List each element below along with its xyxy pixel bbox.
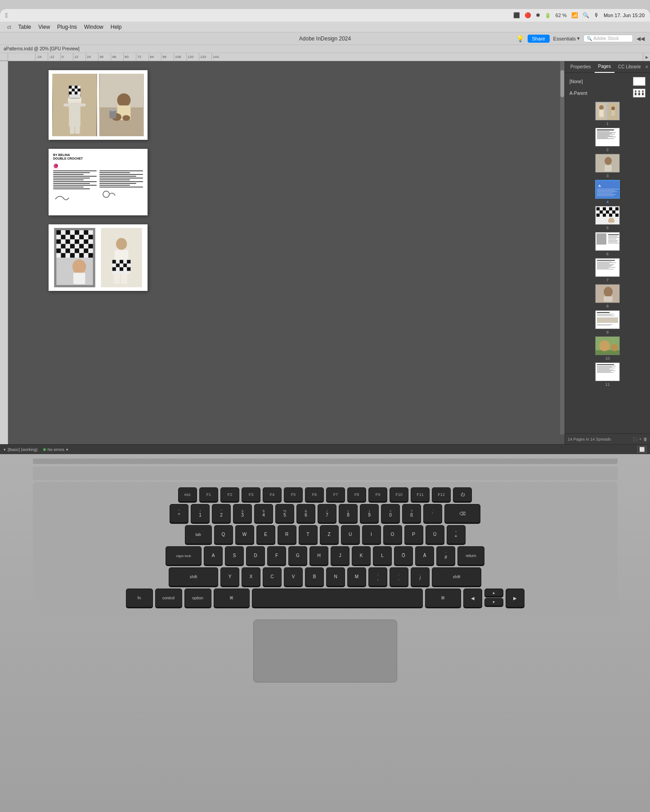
essentials-button[interactable]: Essentials ▾ — [553, 36, 580, 41]
key-up[interactable]: ▲ — [484, 589, 503, 597]
key-cmd-left[interactable]: ⌘ — [214, 589, 250, 607]
key-a[interactable]: A — [204, 546, 223, 565]
menu-item-plugins[interactable]: Plug-Ins — [54, 22, 81, 32]
key-f6[interactable]: F6 — [305, 487, 324, 502]
key-2[interactable]: "2 — [212, 504, 231, 523]
errors-indicator[interactable]: No errors ▾ — [43, 447, 69, 452]
key-f[interactable]: F — [267, 546, 286, 565]
key-c[interactable]: C — [263, 567, 282, 586]
layout-icon[interactable]: ⬜ — [637, 446, 646, 453]
key-g[interactable]: G — [288, 546, 307, 565]
system-icon-2[interactable]: 🔴 — [524, 12, 531, 18]
key-u[interactable]: U — [341, 525, 360, 544]
key-left[interactable]: ◀ — [463, 589, 482, 607]
page-thumb-item-6[interactable]: 6 — [568, 232, 647, 256]
key-l[interactable]: L — [373, 546, 392, 565]
light-bulb-icon[interactable]: 💡 — [516, 35, 524, 42]
menu-item-help[interactable]: Help — [107, 22, 126, 32]
workspace-indicator[interactable]: ▾ [Basic] (working) — [4, 447, 38, 452]
share-button[interactable]: Share — [528, 35, 550, 43]
page-thumb-item-10[interactable]: 10 — [568, 336, 647, 361]
bluetooth-icon[interactable]: ✱ — [536, 12, 540, 18]
key-power[interactable]: ⏻ — [453, 487, 472, 502]
key-6[interactable]: &6 — [296, 504, 315, 523]
key-option[interactable]: option — [184, 589, 211, 607]
key-f10[interactable]: F10 — [390, 487, 408, 502]
key-i[interactable]: I — [362, 525, 381, 544]
master-none-item[interactable]: [None] — [568, 76, 647, 87]
errors-dropdown[interactable]: ▾ — [66, 447, 68, 452]
key-r[interactable]: R — [278, 525, 296, 544]
wifi-icon[interactable]: 📶 — [571, 12, 578, 18]
key-f1[interactable]: F1 — [199, 487, 218, 502]
tab-cc-libraries[interactable]: CC Librarie — [614, 61, 645, 73]
key-q[interactable]: Q — [214, 525, 233, 544]
page-thumb-item-11[interactable]: 11 — [568, 362, 647, 387]
key-ue[interactable]: Ü — [426, 525, 444, 544]
spotlight-icon[interactable]: 🔍 — [583, 12, 589, 18]
page-3[interactable] — [49, 224, 148, 291]
key-f8[interactable]: F8 — [347, 487, 366, 502]
master-a-parent-item[interactable]: A-Parent — [568, 87, 647, 99]
trackpad[interactable] — [253, 620, 397, 683]
menu-item-window[interactable]: Window — [81, 22, 107, 32]
page-thumb-item-5[interactable]: 5 — [568, 206, 647, 230]
key-ctrl[interactable]: control — [155, 589, 182, 607]
new-spread-icon[interactable]: ⬛ — [632, 437, 637, 442]
key-f3[interactable]: F3 — [242, 487, 260, 502]
canvas-area[interactable]: BY BELINA DOUBLE CROCHET 🧶 — [8, 61, 565, 444]
key-caps[interactable]: caps lock — [166, 546, 202, 565]
key-b[interactable]: B — [305, 567, 324, 586]
key-hash[interactable]: '# — [436, 546, 455, 565]
page-1[interactable] — [49, 70, 148, 140]
workspace-dropdown[interactable]: ▾ — [4, 447, 6, 452]
key-period[interactable]: :. — [390, 567, 408, 586]
key-w[interactable]: W — [235, 525, 254, 544]
key-9[interactable]: )9 — [360, 504, 379, 523]
key-space[interactable] — [252, 589, 423, 607]
panel-close-button[interactable]: ≡ — [646, 64, 648, 69]
key-3[interactable]: §3 — [233, 504, 252, 523]
key-f4[interactable]: F4 — [263, 487, 282, 502]
key-slash[interactable]: -/ — [411, 567, 430, 586]
siri-icon[interactable]: 🎙 — [594, 12, 599, 18]
key-x[interactable]: X — [242, 567, 260, 586]
key-shift-left[interactable]: shift — [169, 567, 218, 586]
key-y[interactable]: Y — [220, 567, 239, 586]
key-j[interactable]: J — [331, 546, 350, 565]
page-thumb-item-8[interactable]: 8 — [568, 284, 647, 308]
key-f11[interactable]: F11 — [411, 487, 430, 502]
key-4[interactable]: $4 — [254, 504, 273, 523]
key-ae[interactable]: Ä — [415, 546, 434, 565]
key-backspace[interactable]: ⌫ — [444, 504, 480, 523]
key-acute[interactable]: `´ — [423, 504, 442, 523]
key-down[interactable]: ▼ — [484, 598, 503, 606]
key-o[interactable]: O — [383, 525, 402, 544]
new-page-icon[interactable]: + — [639, 437, 641, 442]
page-thumb-item-3[interactable]: 3 — [568, 154, 647, 178]
key-return[interactable]: return — [457, 546, 484, 565]
key-k[interactable]: K — [352, 546, 371, 565]
key-z[interactable]: Z — [320, 525, 339, 544]
menu-item-edit[interactable]: ct — [4, 22, 15, 32]
key-0[interactable]: =0 — [381, 504, 400, 523]
page-thumb-item-9[interactable]: 9 — [568, 310, 647, 335]
key-tab[interactable]: tab — [185, 525, 212, 544]
page-thumb-item-2[interactable]: 2 — [568, 128, 647, 152]
apple-logo-icon[interactable]:  — [5, 12, 8, 19]
key-n[interactable]: N — [326, 567, 345, 586]
key-cmd-right[interactable]: ⌘ — [425, 589, 461, 607]
key-comma[interactable]: ;, — [368, 567, 387, 586]
key-f7[interactable]: F7 — [326, 487, 345, 502]
scroll-thumb[interactable] — [560, 70, 564, 97]
key-shift-right[interactable]: shift — [432, 567, 481, 586]
key-v[interactable]: V — [284, 567, 303, 586]
panel-collapse-icon[interactable]: ◀◀ — [637, 36, 645, 42]
system-icon-1[interactable]: ⬛ — [513, 12, 520, 18]
menu-item-table[interactable]: Table — [15, 22, 35, 32]
tab-properties[interactable]: Properties — [567, 61, 595, 73]
menu-item-view[interactable]: View — [35, 22, 54, 32]
key-e[interactable]: E — [256, 525, 275, 544]
key-f12[interactable]: F12 — [432, 487, 451, 502]
delete-page-icon[interactable]: 🗑 — [643, 437, 647, 442]
